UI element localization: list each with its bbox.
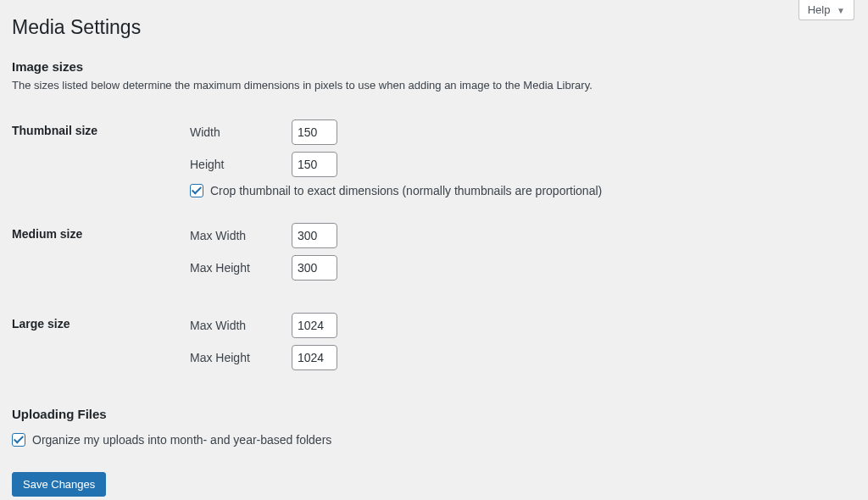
image-sizes-description: The sizes listed below determine the max… — [12, 79, 851, 92]
page-title: Media Settings — [12, 8, 851, 42]
save-changes-button[interactable]: Save Changes — [12, 472, 106, 497]
thumbnail-height-label: Height — [190, 158, 292, 171]
medium-max-width-input[interactable] — [292, 223, 337, 248]
medium-size-label: Medium size — [12, 210, 181, 300]
help-label: Help — [808, 3, 831, 16]
image-sizes-heading: Image sizes — [12, 59, 851, 74]
organize-uploads-checkbox[interactable] — [12, 433, 25, 447]
thumbnail-crop-checkbox[interactable] — [190, 184, 203, 197]
large-max-height-input[interactable] — [292, 345, 337, 370]
thumbnail-height-input[interactable] — [292, 152, 337, 177]
medium-max-width-label: Max Width — [190, 229, 292, 242]
large-max-width-label: Max Width — [190, 319, 292, 332]
large-size-label: Large size — [12, 300, 181, 390]
thumbnail-width-input[interactable] — [292, 119, 337, 145]
large-max-height-label: Max Height — [190, 351, 292, 364]
thumbnail-width-label: Width — [190, 125, 292, 139]
organize-uploads-label: Organize my uploads into month- and year… — [32, 433, 331, 447]
thumbnail-size-label: Thumbnail size — [12, 107, 181, 210]
medium-max-height-input[interactable] — [292, 255, 337, 281]
medium-max-height-label: Max Height — [190, 261, 292, 275]
large-max-width-input[interactable] — [292, 313, 337, 338]
help-tab[interactable]: Help ▼ — [798, 0, 854, 20]
uploading-files-heading: Uploading Files — [12, 407, 851, 421]
chevron-down-icon: ▼ — [837, 6, 845, 15]
thumbnail-crop-label: Crop thumbnail to exact dimensions (norm… — [210, 184, 602, 197]
